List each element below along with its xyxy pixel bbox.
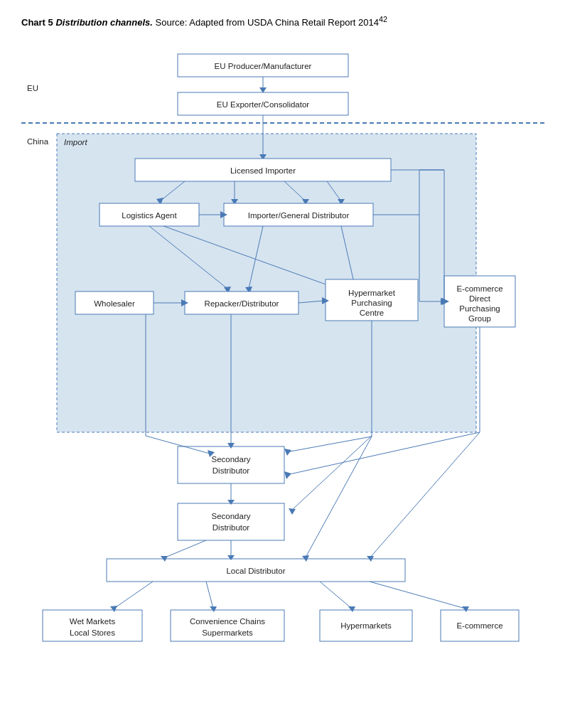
secondary-dist1-box	[178, 446, 284, 483]
importer-distributor-label: Importer/General Distributor	[248, 211, 350, 220]
secondary-dist2-box	[178, 503, 284, 540]
chart-title: Chart 5 Distribution channels. Source: A…	[21, 14, 549, 30]
ecommerce-label: E-commerce	[456, 621, 502, 630]
eu-exporter-label: EU Exporter/Consolidator	[217, 100, 310, 109]
line-ecomm-sec1	[286, 432, 480, 475]
chart-source: Source: Adapted from USDA China Retail R…	[153, 17, 379, 28]
diagram-container: EU China EU Producer/Manufacturer EU Exp…	[21, 41, 547, 728]
line-hyper-local	[306, 437, 372, 557]
line-ecomm-local	[370, 432, 480, 558]
convenience-line1: Convenience Chains	[190, 617, 265, 626]
line-hyper-sec1	[286, 437, 372, 452]
hypermarket-line1: Hypermarket	[348, 289, 396, 297]
chart-superscript: 42	[379, 15, 387, 23]
arrow-local-convenience	[206, 582, 213, 609]
ecommerce-group-line2: Direct	[469, 294, 491, 303]
secondary-dist1-line1: Secondary	[212, 455, 251, 464]
ecommerce-group-line1: E-commerce	[456, 284, 502, 293]
ecommerce-group-line4: Group	[468, 314, 491, 323]
eu-label: EU	[27, 84, 38, 92]
ecommerce-group-line3: Purchasing	[459, 304, 500, 313]
convenience-line2: Supermarkets	[202, 628, 253, 637]
secondary-dist1-line2: Distributor	[213, 466, 250, 475]
eu-producer-label: EU Producer/Manufacturer	[215, 62, 312, 70]
arrowhead-19	[284, 449, 291, 456]
secondary-dist2-line2: Distributor	[213, 523, 250, 532]
repacker-label: Repacker/Distributor	[205, 299, 279, 308]
arrow-sec2-local-left	[163, 540, 206, 558]
wholesaler-label: Wholesaler	[94, 299, 135, 308]
hypermarket-line3: Centre	[360, 309, 385, 317]
arrow-local-ecommerce	[370, 582, 466, 609]
china-label: China	[27, 137, 49, 146]
chart-bold-title: Distribution channels.	[55, 17, 153, 28]
licensed-importer-label: Licensed Importer	[230, 166, 296, 175]
import-label: Import	[64, 138, 87, 146]
wet-markets-line1: Wet Markets	[70, 617, 116, 626]
arrow-local-wet	[114, 582, 153, 609]
chart-number: Chart 5	[21, 17, 55, 28]
hypermarkets-label: Hypermarkets	[340, 621, 392, 630]
arrowhead-27	[289, 508, 296, 515]
arrowhead-21	[284, 471, 291, 479]
distribution-diagram: EU China EU Producer/Manufacturer EU Exp…	[21, 41, 547, 728]
arrow-local-hypermarkets	[320, 582, 352, 609]
logistics-agent-label: Logistics Agent	[122, 211, 177, 220]
local-distributor-label: Local Distributor	[226, 567, 285, 575]
line-hyper-sec2	[291, 436, 372, 510]
wet-markets-line2: Local Stores	[70, 628, 115, 637]
secondary-dist2-line1: Secondary	[212, 512, 251, 520]
hypermarket-line2: Purchasing	[351, 299, 392, 307]
